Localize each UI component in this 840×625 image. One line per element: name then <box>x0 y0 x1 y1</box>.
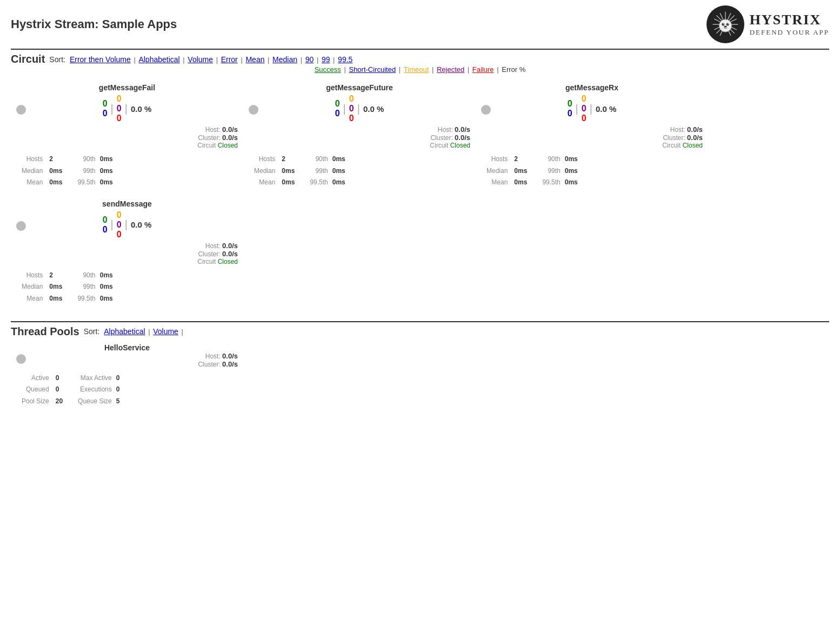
tp-stats-row: Active Queued Pool Size 0 0 20 Max Activ… <box>22 373 238 408</box>
sort-volume-link[interactable]: Volume <box>188 55 213 64</box>
cluster-rate-row: Cluster: 0.0/s <box>16 250 238 258</box>
tp-cluster-rate-row: Cluster: 0.0/s <box>16 360 238 368</box>
sort-median-link[interactable]: Median <box>272 55 297 64</box>
median-val: 0ms <box>514 165 527 177</box>
sort-99-5-link[interactable]: 99.5 <box>338 55 352 64</box>
circuit-section-header: Circuit Sort: Error then Volume | Alphab… <box>11 49 829 65</box>
circuit-numbers: 0 0 | 0 0 0 | 0.0 % <box>481 94 703 123</box>
circuit-card: getMessageFail 0 0 | 0 0 0 | 0.0 % Host:… <box>11 78 243 194</box>
legend-success[interactable]: Success <box>315 65 341 74</box>
circuits-grid: getMessageFail 0 0 | 0 0 0 | 0.0 % Host:… <box>11 78 829 310</box>
circuit-status-row: Circuit Closed <box>249 142 470 149</box>
error-pct: 0.0 % <box>131 104 151 114</box>
logo-icon <box>706 5 744 43</box>
p99-5-val: 0ms <box>100 293 113 305</box>
num-rejected: 0 <box>582 104 586 114</box>
tp-sort-alpha-link[interactable]: Alphabetical <box>104 327 145 336</box>
num-failure: 0 <box>349 114 354 123</box>
cluster-rate: 0.0/s <box>222 250 238 258</box>
circuit-status-row: Circuit Closed <box>16 142 238 149</box>
circuit-status: Closed <box>683 142 703 149</box>
p99-val: 0ms <box>100 281 113 293</box>
status-indicator <box>16 221 26 231</box>
sort-99-link[interactable]: 99 <box>322 55 330 64</box>
circuit-card: getMessageRx 0 0 | 0 0 0 | 0.0 % Host: 0… <box>476 78 708 194</box>
executions-val: 0 <box>116 384 120 396</box>
hosts-val: 2 <box>49 270 62 282</box>
svg-point-18 <box>723 23 724 24</box>
p99-val: 0ms <box>100 165 113 177</box>
num-short-circuit: 0 <box>103 109 108 118</box>
num-short-circuit: 0 <box>568 109 572 118</box>
tp-sort-links: Alphabetical | Volume | <box>104 327 184 336</box>
circuit-name: getMessageRx <box>481 83 703 92</box>
host-rate-row: Host: 0.0/s <box>16 125 238 134</box>
status-indicator <box>249 105 258 115</box>
svg-point-20 <box>724 26 726 28</box>
circuit-name: sendMessage <box>16 200 238 208</box>
svg-point-19 <box>728 23 729 24</box>
cluster-rate: 0.0/s <box>222 134 238 142</box>
circuit-status: Closed <box>218 142 238 149</box>
num-timeout: 0 <box>117 210 122 220</box>
host-rate: 0.0/s <box>687 125 703 134</box>
host-rate: 0.0/s <box>222 125 238 134</box>
legend-short-circuited[interactable]: Short-Circuited <box>349 65 396 74</box>
max-active-val: 0 <box>116 373 120 384</box>
tp-sort-volume-link[interactable]: Volume <box>153 327 178 336</box>
thread-pool-card: HelloService Host: 0.0/s Cluster: 0.0/s … <box>11 338 243 413</box>
host-rate: 0.0/s <box>222 242 238 250</box>
circuit-status-row: Circuit Closed <box>16 258 238 265</box>
num-col-left: 0 0 <box>103 99 108 118</box>
num-col-right: 0 0 0 <box>117 94 122 123</box>
thread-pools-grid: HelloService Host: 0.0/s Cluster: 0.0/s … <box>11 338 829 413</box>
p99-5-val: 0ms <box>100 177 113 189</box>
mean-val: 0ms <box>514 177 527 189</box>
host-rate-row: Host: 0.0/s <box>16 242 238 250</box>
p99-val: 0ms <box>565 165 578 177</box>
sort-alpha-link[interactable]: Alphabetical <box>138 55 179 64</box>
hosts-val: 2 <box>282 154 295 165</box>
legend-failure[interactable]: Failure <box>472 65 494 74</box>
sort-90-link[interactable]: 90 <box>305 55 314 64</box>
hosts-val: 2 <box>514 154 527 165</box>
median-val: 0ms <box>49 165 62 177</box>
num-failure: 0 <box>117 230 122 240</box>
circuit-status: Closed <box>450 142 470 149</box>
circuit-sort-links: Error then Volume | Alphabetical | Volum… <box>70 55 352 64</box>
num-col-left: 0 0 <box>335 99 340 118</box>
legend-rejected[interactable]: Rejected <box>437 65 464 74</box>
num-col-right: 0 0 0 <box>117 210 122 240</box>
brand-name: HYSTRIX <box>750 12 829 28</box>
page-title: Hystrix Stream: Sample Apps <box>11 17 177 31</box>
cluster-rate-row: Cluster: 0.0/s <box>249 134 470 142</box>
circuit-name: getMessageFuture <box>249 83 470 92</box>
active-val: 0 <box>56 373 63 384</box>
thread-pools-section: Thread Pools Sort: Alphabetical | Volume… <box>11 321 829 413</box>
host-rate-row: Host: 0.0/s <box>481 125 703 134</box>
num-col-right: 0 0 0 <box>582 94 586 123</box>
num-rejected: 0 <box>117 220 122 230</box>
legend-timeout[interactable]: Timeout <box>404 65 429 74</box>
pool-size-val: 20 <box>56 396 63 408</box>
tp-sort-label: Sort: <box>84 327 100 336</box>
circuit-numbers: 0 0 | 0 0 0 | 0.0 % <box>249 94 470 123</box>
host-rate: 0.0/s <box>455 125 470 134</box>
circuit-card: sendMessage 0 0 | 0 0 0 | 0.0 % Host: 0.… <box>11 194 243 310</box>
p90-val: 0ms <box>100 270 113 282</box>
circuit-status-row: Circuit Closed <box>481 142 703 149</box>
stats-row: Hosts Median Mean 2 0ms 0ms 90th 99th 99… <box>22 154 238 189</box>
tp-host-rate-row: Host: 0.0/s <box>16 352 238 360</box>
sort-error-link[interactable]: Error <box>221 55 238 64</box>
num-failure: 0 <box>582 114 586 123</box>
hosts-val: 2 <box>49 154 62 165</box>
num-failure: 0 <box>117 114 122 123</box>
stats-row: Hosts Median Mean 2 0ms 0ms 90th 99th 99… <box>486 154 703 189</box>
p99-val: 0ms <box>332 165 345 177</box>
tp-host-rate: 0.0/s <box>222 352 238 360</box>
queued-val: 0 <box>56 384 63 396</box>
circuit-status: Closed <box>218 258 238 265</box>
logo-text: HYSTRIX DEFEND YOUR APP <box>750 12 829 37</box>
sort-error-volume-link[interactable]: Error then Volume <box>70 55 131 64</box>
sort-mean-link[interactable]: Mean <box>245 55 264 64</box>
